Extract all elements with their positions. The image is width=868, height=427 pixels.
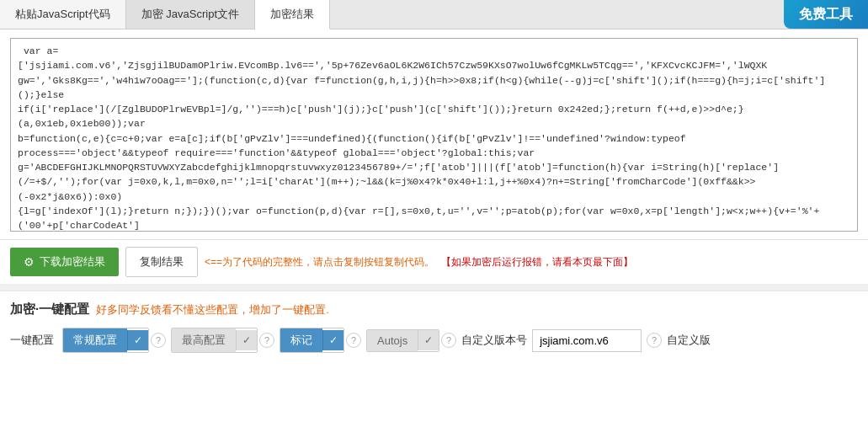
action-bar: ⚙ 下载加密结果 复制结果 <==为了代码的完整性，请点击复制按钮复制代码。 【… xyxy=(0,239,868,284)
config-max-check[interactable]: ✓ xyxy=(236,330,257,350)
config-normal-question[interactable]: ? xyxy=(151,333,166,348)
config-title-row: 加密·一键配置 好多同学反馈看不懂这些配置，增加了一键配置. xyxy=(10,302,858,318)
config-mark-check[interactable]: ✓ xyxy=(322,330,343,350)
copy-button[interactable]: 复制结果 xyxy=(125,247,198,277)
config-title: 加密·一键配置 xyxy=(10,302,89,318)
version-label: 自定义版本号 xyxy=(461,333,527,348)
tab-encrypt-result[interactable]: 加密结果 xyxy=(255,0,330,29)
action-hint: <==为了代码的完整性，请点击复制按钮复制代码。 xyxy=(205,255,434,270)
config-row: 一键配置 常规配置 ✓ ? 最高配置 ✓ xyxy=(10,328,858,353)
config-item-max: 最高配置 ✓ ? xyxy=(171,328,274,353)
config-autojs-group: Autojs ✓ xyxy=(366,329,439,352)
config-normal-btn[interactable]: 常规配置 xyxy=(63,328,127,352)
config-autojs-question[interactable]: ? xyxy=(441,333,456,348)
version-question[interactable]: ? xyxy=(647,333,662,348)
custom-version-label: 自定义版 xyxy=(667,333,711,348)
config-subtitle: 好多同学反馈看不懂这些配置，增加了一键配置. xyxy=(96,302,329,318)
config-mark-group: 标记 ✓ xyxy=(280,328,344,353)
main-container: 粘贴JavaScript代码 加密 JavaScript文件 加密结果 免费工具… xyxy=(0,0,868,427)
config-normal-check[interactable]: ✓ xyxy=(127,330,148,350)
section-gap xyxy=(0,284,868,291)
code-textarea[interactable]: var a= ['jsjiami.com.v6','ZjsgjilBUDamOP… xyxy=(10,38,858,232)
tab-paste[interactable]: 粘贴JavaScript代码 xyxy=(0,0,126,29)
version-input[interactable] xyxy=(532,329,642,352)
config-max-group: 最高配置 ✓ xyxy=(171,328,258,353)
download-button[interactable]: ⚙ 下载加密结果 xyxy=(10,248,119,276)
config-mark-btn[interactable]: 标记 xyxy=(280,328,322,352)
tab-encrypt-file[interactable]: 加密 JavaScript文件 xyxy=(126,0,255,29)
free-tools-badge: 免费工具 xyxy=(784,0,868,29)
config-autojs-btn[interactable]: Autojs xyxy=(367,330,418,351)
config-section: 加密·一键配置 好多同学反馈看不懂这些配置，增加了一键配置. 一键配置 常规配置… xyxy=(0,291,868,360)
config-item-normal: 常规配置 ✓ ? xyxy=(62,328,166,353)
config-row-label: 一键配置 xyxy=(10,333,54,348)
config-max-question[interactable]: ? xyxy=(259,333,274,348)
config-normal-group: 常规配置 ✓ xyxy=(62,328,149,353)
action-warn: 【如果加密后运行报错，请看本页最下面】 xyxy=(441,255,633,270)
gear-icon: ⚙ xyxy=(24,255,35,269)
config-mark-question[interactable]: ? xyxy=(346,333,361,348)
config-max-btn[interactable]: 最高配置 xyxy=(172,328,236,352)
config-item-mark: 标记 ✓ ? xyxy=(280,328,361,353)
config-item-autojs: Autojs ✓ ? xyxy=(366,329,456,352)
code-section: var a= ['jsjiami.com.v6','ZjsgjilBUDamOP… xyxy=(0,29,868,239)
config-autojs-check[interactable]: ✓ xyxy=(418,330,439,350)
tab-bar: 粘贴JavaScript代码 加密 JavaScript文件 加密结果 免费工具 xyxy=(0,0,868,29)
